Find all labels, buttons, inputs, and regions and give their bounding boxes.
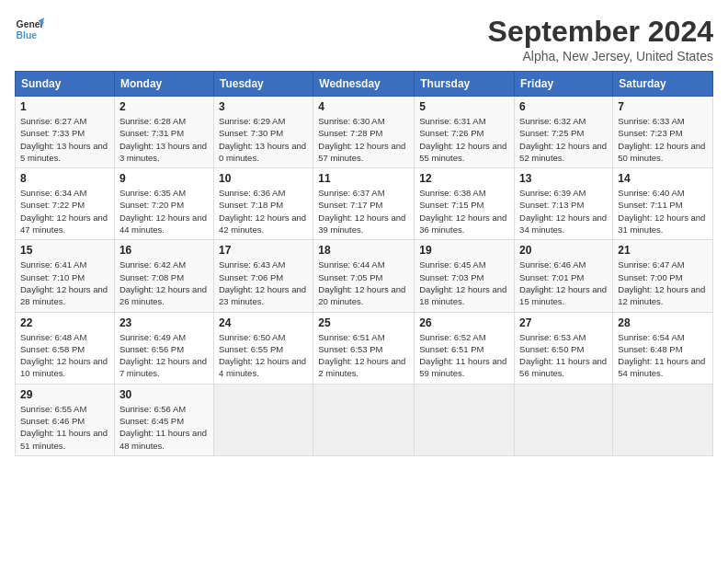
calendar-cell: 12 Sunrise: 6:38 AMSunset: 7:15 PMDaylig… [415, 168, 515, 240]
header-saturday: Saturday [613, 72, 713, 97]
calendar-day-4: 4 Sunrise: 6:30 AMSunset: 7:28 PMDayligh… [313, 97, 415, 168]
calendar-cell: 23 Sunrise: 6:49 AMSunset: 6:56 PMDaylig… [114, 312, 213, 384]
calendar-cell [313, 384, 415, 455]
calendar-cell: 29 Sunrise: 6:55 AMSunset: 6:46 PMDaylig… [16, 384, 115, 455]
calendar-cell: 9 Sunrise: 6:35 AMSunset: 7:20 PMDayligh… [114, 168, 213, 240]
calendar-cell: 26 Sunrise: 6:52 AMSunset: 6:51 PMDaylig… [415, 312, 515, 384]
calendar-cell: 20 Sunrise: 6:46 AMSunset: 7:01 PMDaylig… [515, 240, 613, 312]
calendar-day-2: 2 Sunrise: 6:28 AMSunset: 7:31 PMDayligh… [114, 97, 213, 168]
calendar-cell: 10 Sunrise: 6:36 AMSunset: 7:18 PMDaylig… [213, 168, 313, 240]
header-thursday: Thursday [415, 72, 515, 97]
calendar-cell: 17 Sunrise: 6:43 AMSunset: 7:06 PMDaylig… [213, 240, 313, 312]
calendar-day-3: 3 Sunrise: 6:29 AMSunset: 7:30 PMDayligh… [213, 97, 313, 168]
calendar-cell: 28 Sunrise: 6:54 AMSunset: 6:48 PMDaylig… [613, 312, 713, 384]
calendar-day-7: 7 Sunrise: 6:33 AMSunset: 7:23 PMDayligh… [613, 97, 713, 168]
calendar-cell: 13 Sunrise: 6:39 AMSunset: 7:13 PMDaylig… [515, 168, 613, 240]
svg-text:Blue: Blue [17, 30, 38, 40]
calendar-cell [613, 384, 713, 455]
calendar-table: Sunday Monday Tuesday Wednesday Thursday… [15, 71, 713, 456]
calendar-header-row: Sunday Monday Tuesday Wednesday Thursday… [16, 72, 713, 97]
calendar-cell: 25 Sunrise: 6:51 AMSunset: 6:53 PMDaylig… [313, 312, 415, 384]
calendar-week-1: 1 Sunrise: 6:27 AMSunset: 7:33 PMDayligh… [16, 97, 713, 168]
calendar-cell: 11 Sunrise: 6:37 AMSunset: 7:17 PMDaylig… [313, 168, 415, 240]
calendar-cell: 24 Sunrise: 6:50 AMSunset: 6:55 PMDaylig… [213, 312, 313, 384]
calendar-cell: 15 Sunrise: 6:41 AMSunset: 7:10 PMDaylig… [16, 240, 115, 312]
calendar-cell: 14 Sunrise: 6:40 AMSunset: 7:11 PMDaylig… [613, 168, 713, 240]
header-friday: Friday [515, 72, 613, 97]
calendar-cell: 8 Sunrise: 6:34 AMSunset: 7:22 PMDayligh… [16, 168, 115, 240]
calendar-cell: 16 Sunrise: 6:42 AMSunset: 7:08 PMDaylig… [114, 240, 213, 312]
calendar-cell [213, 384, 313, 455]
calendar-cell: 18 Sunrise: 6:44 AMSunset: 7:05 PMDaylig… [313, 240, 415, 312]
calendar-day-1: 1 Sunrise: 6:27 AMSunset: 7:33 PMDayligh… [16, 97, 115, 168]
calendar-cell: 30 Sunrise: 6:56 AMSunset: 6:45 PMDaylig… [114, 384, 213, 455]
title-area: September 2024 Alpha, New Jersey, United… [488, 15, 713, 63]
header-sunday: Sunday [16, 72, 115, 97]
calendar-cell: 27 Sunrise: 6:53 AMSunset: 6:50 PMDaylig… [515, 312, 613, 384]
month-title: September 2024 [488, 15, 713, 49]
calendar-cell [415, 384, 515, 455]
page-header: General Blue September 2024 Alpha, New J… [15, 15, 713, 63]
calendar-day-5: 5 Sunrise: 6:31 AMSunset: 7:26 PMDayligh… [415, 97, 515, 168]
location-title: Alpha, New Jersey, United States [488, 49, 713, 63]
calendar-week-5: 29 Sunrise: 6:55 AMSunset: 6:46 PMDaylig… [16, 384, 713, 455]
header-tuesday: Tuesday [213, 72, 313, 97]
calendar-day-6: 6 Sunrise: 6:32 AMSunset: 7:25 PMDayligh… [515, 97, 613, 168]
calendar-week-4: 22 Sunrise: 6:48 AMSunset: 6:58 PMDaylig… [16, 312, 713, 384]
header-wednesday: Wednesday [313, 72, 415, 97]
calendar-cell: 19 Sunrise: 6:45 AMSunset: 7:03 PMDaylig… [415, 240, 515, 312]
header-monday: Monday [114, 72, 213, 97]
calendar-week-2: 8 Sunrise: 6:34 AMSunset: 7:22 PMDayligh… [16, 168, 713, 240]
logo: General Blue [15, 15, 44, 44]
calendar-cell: 21 Sunrise: 6:47 AMSunset: 7:00 PMDaylig… [613, 240, 713, 312]
calendar-cell [515, 384, 613, 455]
logo-icon: General Blue [15, 15, 44, 44]
calendar-cell: 22 Sunrise: 6:48 AMSunset: 6:58 PMDaylig… [16, 312, 115, 384]
calendar-week-3: 15 Sunrise: 6:41 AMSunset: 7:10 PMDaylig… [16, 240, 713, 312]
